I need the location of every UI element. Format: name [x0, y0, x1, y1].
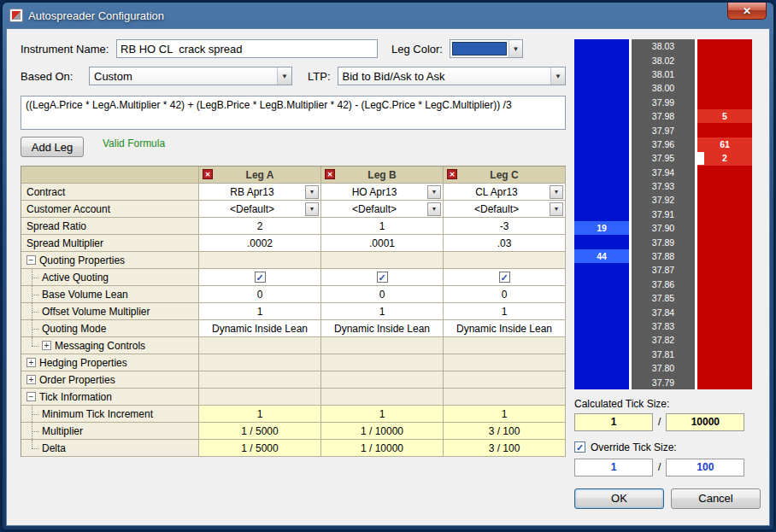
ladder-bid-cell[interactable] — [574, 361, 629, 375]
ladder-ask-cell[interactable] — [697, 305, 752, 319]
ladder-bid-cell[interactable] — [574, 208, 629, 221]
title-bar[interactable]: Autospreader Configuration ✕ — [3, 3, 773, 28]
delete-leg-icon[interactable]: ✕ — [203, 169, 213, 179]
instrument-name-input[interactable] — [116, 39, 378, 58]
chevron-down-icon[interactable]: ▼ — [427, 202, 441, 216]
base-volume-lean-value-leg2[interactable]: 0 — [321, 286, 444, 303]
ladder-ask-cell[interactable]: 5 — [697, 109, 752, 123]
active-quoting-checkbox-leg2[interactable]: ✓ — [377, 272, 388, 283]
delete-leg-icon[interactable]: ✕ — [325, 169, 335, 179]
ladder-bid-cell[interactable] — [574, 166, 629, 179]
ladder-bid-cell[interactable] — [574, 179, 629, 193]
close-button[interactable]: ✕ — [727, 3, 767, 20]
spread-multiplier-value-leg3[interactable]: .03 — [444, 235, 566, 252]
ladder-ask-cell[interactable] — [697, 123, 752, 137]
ladder-ask-cell[interactable] — [697, 249, 752, 263]
override-tick-size-checkbox[interactable]: ✓ — [574, 441, 585, 453]
chevron-down-icon[interactable]: ▼ — [550, 185, 563, 199]
quoting-mode-value-leg1[interactable]: Dynamic Inside Lean — [199, 320, 321, 337]
ladder-ask-cell[interactable] — [697, 96, 752, 109]
multiplier-value-leg2[interactable]: 1 / 10000 — [321, 423, 444, 440]
ladder-ask-cell[interactable] — [697, 179, 752, 193]
ladder-ask-cell[interactable] — [697, 67, 752, 81]
ladder-bid-cell[interactable] — [574, 278, 629, 291]
ladder-ask-cell[interactable] — [697, 319, 752, 333]
minimum-tick-increment-value-leg3[interactable]: 1 — [444, 406, 566, 423]
chevron-down-icon[interactable]: ▼ — [305, 185, 319, 199]
ladder-bid-cell[interactable] — [574, 137, 629, 151]
add-leg-button[interactable]: Add Leg — [21, 137, 84, 157]
delta-value-leg3[interactable]: 3 / 100 — [444, 440, 566, 457]
ladder-ask-cell[interactable] — [697, 53, 752, 67]
spread-ratio-value-leg2[interactable]: 1 — [321, 218, 444, 235]
customer-account-dropdown-leg3[interactable]: <Default>▼ — [444, 201, 566, 218]
ladder-ask-cell[interactable] — [697, 166, 752, 179]
ladder-bid-cell[interactable] — [574, 67, 629, 81]
ladder-bid-cell[interactable] — [574, 96, 629, 109]
cancel-button[interactable]: Cancel — [671, 488, 761, 509]
quoting-mode-value-leg2[interactable]: Dynamic Inside Lean — [321, 320, 444, 337]
delta-value-leg2[interactable]: 1 / 10000 — [321, 440, 444, 457]
override-tick-numerator-input[interactable]: 1 — [574, 459, 653, 476]
collapse-icon[interactable]: − — [26, 392, 36, 401]
ladder-bid-cell[interactable]: 19 — [574, 221, 629, 235]
ladder-bid-cell[interactable] — [574, 348, 629, 361]
ladder-bid-cell[interactable] — [574, 81, 629, 95]
ladder-ask-cell[interactable] — [697, 263, 752, 277]
chevron-down-icon[interactable]: ▼ — [550, 67, 565, 85]
customer-account-dropdown-leg1[interactable]: <Default>▼ — [199, 201, 321, 218]
ladder-bid-cell[interactable] — [574, 375, 629, 389]
ok-button[interactable]: OK — [574, 488, 664, 509]
spread-ratio-value-leg1[interactable]: 2 — [199, 218, 321, 235]
ladder-ask-cell[interactable] — [697, 278, 752, 291]
ladder-bid-cell[interactable] — [574, 53, 629, 67]
ladder-bid-cell[interactable] — [574, 291, 629, 305]
expand-icon[interactable]: + — [26, 358, 36, 367]
quoting-mode-value-leg3[interactable]: Dynamic Inside Lean — [444, 320, 566, 337]
ladder-bid-cell[interactable] — [574, 305, 629, 319]
ladder-bid-cell[interactable] — [574, 193, 629, 207]
ladder-ask-cell[interactable] — [697, 361, 752, 375]
ladder-bid-cell[interactable] — [574, 123, 629, 137]
ladder-bid-cell[interactable]: 44 — [574, 249, 629, 263]
ladder-bid-cell[interactable] — [574, 39, 629, 53]
override-tick-denominator-input[interactable]: 100 — [666, 459, 744, 476]
delta-value-leg1[interactable]: 1 / 5000 — [199, 440, 321, 457]
active-quoting-checkbox-leg1[interactable]: ✓ — [255, 272, 266, 283]
spread-multiplier-value-leg1[interactable]: .0002 — [199, 235, 321, 252]
chevron-down-icon[interactable]: ▼ — [509, 40, 522, 57]
chevron-down-icon[interactable]: ▼ — [427, 185, 441, 199]
ladder-ask-cell[interactable] — [697, 193, 752, 207]
multiplier-value-leg3[interactable]: 3 / 100 — [444, 423, 566, 440]
ladder-ask-cell[interactable] — [697, 235, 752, 248]
contract-dropdown-leg2[interactable]: HO Apr13▼ — [321, 184, 444, 201]
minimum-tick-increment-value-leg1[interactable]: 1 — [199, 406, 321, 423]
ladder-ask-cell[interactable]: 2 — [697, 151, 752, 165]
offset-volume-multiplier-value-leg2[interactable]: 1 — [321, 303, 444, 320]
ladder-ask-cell[interactable] — [697, 39, 752, 53]
minimum-tick-increment-value-leg2[interactable]: 1 — [321, 406, 444, 423]
active-quoting-checkbox-leg3[interactable]: ✓ — [499, 272, 510, 283]
chevron-down-icon[interactable]: ▼ — [550, 202, 563, 216]
chevron-down-icon[interactable]: ▼ — [305, 202, 319, 216]
expand-icon[interactable]: + — [42, 341, 51, 350]
ladder-ask-cell[interactable] — [697, 333, 752, 347]
ladder-bid-cell[interactable] — [574, 263, 629, 277]
ladder-bid-cell[interactable] — [574, 333, 629, 347]
base-volume-lean-value-leg1[interactable]: 0 — [199, 286, 321, 303]
spread-ratio-value-leg3[interactable]: -3 — [444, 218, 566, 235]
based-on-dropdown[interactable]: Custom ▼ — [89, 67, 292, 85]
ladder-ask-cell[interactable] — [697, 348, 752, 361]
expand-icon[interactable]: + — [26, 375, 36, 384]
ladder-bid-cell[interactable] — [574, 319, 629, 333]
ladder-ask-cell[interactable] — [697, 81, 752, 95]
contract-dropdown-leg3[interactable]: CL Apr13▼ — [444, 184, 566, 201]
ladder-bid-cell[interactable] — [574, 151, 629, 165]
ladder-ask-cell[interactable] — [697, 375, 752, 389]
delete-leg-icon[interactable]: ✕ — [447, 169, 457, 179]
spread-multiplier-value-leg2[interactable]: .0001 — [321, 235, 444, 252]
formula-input[interactable]: ((LegA.Price * LegA.Multiplier * 42) + (… — [21, 96, 566, 130]
ltp-dropdown[interactable]: Bid to Bid/Ask to Ask ▼ — [338, 67, 567, 85]
leg-color-picker[interactable]: ▼ — [450, 39, 523, 58]
customer-account-dropdown-leg2[interactable]: <Default>▼ — [321, 201, 444, 218]
